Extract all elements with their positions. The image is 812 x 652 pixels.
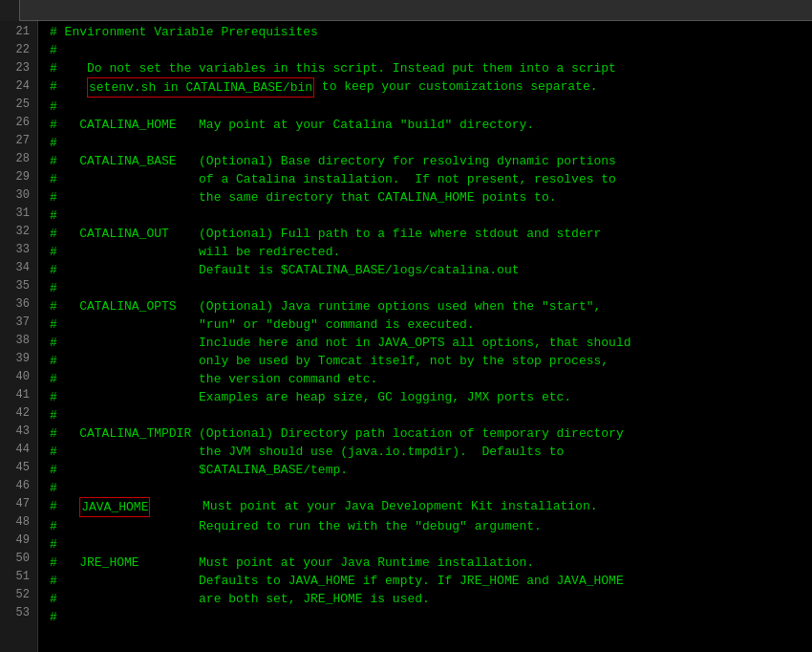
line-number: 23 — [8, 59, 30, 77]
code-line: # CATALINA_BASE (Optional) Base director… — [50, 152, 812, 170]
line-number: 27 — [8, 132, 30, 150]
code-line: # — [50, 479, 812, 497]
line-number: 53 — [8, 604, 30, 622]
code-line: # — [50, 535, 812, 554]
line-number: 21 — [8, 23, 30, 41]
line-number: 47 — [8, 495, 30, 513]
code-line: # "run" or "debug" command is executed. — [50, 315, 812, 334]
code-line: # — [50, 98, 812, 116]
tab-bar — [0, 0, 812, 21]
line-number: 48 — [8, 513, 30, 532]
code-line: # the same directory that CATALINA_HOME … — [50, 188, 812, 206]
line-number: 22 — [8, 41, 30, 59]
line-number: 38 — [8, 332, 30, 350]
tab-catalina[interactable] — [0, 0, 20, 21]
code-line: # — [50, 608, 812, 626]
code-area[interactable]: # Environment Variable Prerequisites## D… — [38, 21, 812, 652]
code-line: # Default is $CATALINA_BASE/logs/catalin… — [50, 261, 812, 279]
code-line: # Do not set the variables in this scrip… — [50, 59, 812, 77]
line-number: 25 — [8, 96, 30, 114]
code-line: # CATALINA_OPTS (Optional) Java runtime … — [50, 297, 812, 315]
line-number: 39 — [8, 350, 30, 368]
line-number: 43 — [8, 423, 30, 441]
code-line: # only be used by Tomcat itself, not by … — [50, 352, 812, 370]
code-line: # Required to run the with the "debug" a… — [50, 517, 812, 535]
code-line: # — [50, 41, 812, 59]
line-number: 24 — [8, 77, 30, 96]
editor-container: 2122232425262728293031323334353637383940… — [0, 21, 812, 652]
line-number: 40 — [8, 368, 30, 386]
code-line: # — [50, 279, 812, 297]
code-line: # Defaults to JAVA_HOME if empty. If JRE… — [50, 572, 812, 590]
line-number: 50 — [8, 550, 30, 568]
code-line: # CATALINA_OUT (Optional) Full path to a… — [50, 225, 812, 243]
line-number: 35 — [8, 277, 30, 295]
line-number: 44 — [8, 441, 30, 459]
line-number: 37 — [8, 314, 30, 332]
code-line: # the version command etc. — [50, 370, 812, 388]
line-number: 46 — [8, 477, 30, 495]
code-line: # will be redirected. — [50, 243, 812, 261]
line-number: 49 — [8, 532, 30, 550]
code-line: # — [50, 206, 812, 225]
code-line: # Include here and not in JAVA_OPTS all … — [50, 334, 812, 352]
code-line: # — [50, 406, 812, 424]
line-number: 31 — [8, 205, 30, 223]
code-line: # CATALINA_HOME May point at your Catali… — [50, 116, 812, 134]
code-line: # of a Catalina installation. If not pre… — [50, 170, 812, 188]
code-line: # the JVM should use (java.io.tmpdir). D… — [50, 443, 812, 461]
code-line: # CATALINA_TMPDIR (Optional) Directory p… — [50, 424, 812, 443]
code-line: # — [50, 134, 812, 152]
line-number: 51 — [8, 568, 30, 586]
code-line: # JAVA_HOME Must point at your Java Deve… — [50, 497, 812, 517]
line-number: 34 — [8, 259, 30, 277]
code-line: # Examples are heap size, GC logging, JM… — [50, 388, 812, 406]
line-number: 41 — [8, 386, 30, 404]
line-number: 26 — [8, 114, 30, 132]
code-line: # setenv.sh in CATALINA_BASE/bin to keep… — [50, 77, 812, 98]
line-number: 32 — [8, 223, 30, 241]
line-number: 52 — [8, 586, 30, 604]
code-line: # $CATALINA_BASE/temp. — [50, 461, 812, 479]
line-number: 45 — [8, 459, 30, 477]
line-number: 33 — [8, 241, 30, 259]
code-line: # Environment Variable Prerequisites — [50, 23, 812, 41]
line-number: 42 — [8, 404, 30, 423]
line-numbers: 2122232425262728293031323334353637383940… — [0, 21, 38, 652]
code-line: # are both set, JRE_HOME is used. — [50, 590, 812, 608]
line-number: 30 — [8, 186, 30, 205]
line-number: 36 — [8, 295, 30, 314]
line-number: 29 — [8, 168, 30, 186]
code-line: # JRE_HOME Must point at your Java Runti… — [50, 554, 812, 572]
line-number: 28 — [8, 150, 30, 168]
